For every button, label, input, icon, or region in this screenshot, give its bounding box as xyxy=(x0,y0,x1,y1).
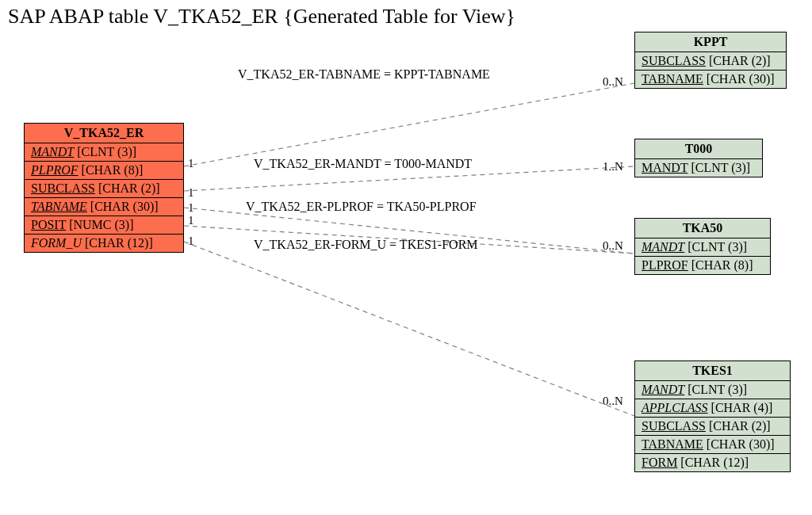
relation-label: V_TKA52_ER-PLPROF = TKA50-PLPROF xyxy=(246,200,477,214)
page-title: SAP ABAP table V_TKA52_ER {Generated Tab… xyxy=(8,5,515,29)
entity-header: T000 xyxy=(635,139,762,159)
entity-field: TABNAME [CHAR (30)] xyxy=(635,71,786,88)
cardinality: 0..N xyxy=(603,395,623,408)
entity-field: FORM [CHAR (12)] xyxy=(635,454,790,471)
cardinality: 1 xyxy=(188,214,194,227)
entity-t000: T000 MANDT [CLNT (3)] xyxy=(634,139,763,177)
relation-label: V_TKA52_ER-TABNAME = KPPT-TABNAME xyxy=(238,67,490,82)
entity-field: MANDT [CLNT (3)] xyxy=(635,238,770,257)
cardinality: 1 xyxy=(188,157,194,170)
cardinality: 1..N xyxy=(603,160,623,174)
relation-label: V_TKA52_ER-MANDT = T000-MANDT xyxy=(254,157,472,171)
entity-field: SUBCLASS [CHAR (2)] xyxy=(25,180,183,198)
entity-field: TABNAME [CHAR (30)] xyxy=(25,198,183,216)
svg-line-4 xyxy=(184,242,634,416)
entity-header: KPPT xyxy=(635,32,786,52)
entity-v-tka52-er: V_TKA52_ER MANDT [CLNT (3)]PLPROF [CHAR … xyxy=(24,123,184,253)
cardinality: 0..N xyxy=(603,239,623,253)
cardinality: 0..N xyxy=(603,75,623,89)
entity-tkes1: TKES1 MANDT [CLNT (3)]APPLCLASS [CHAR (4… xyxy=(634,360,791,472)
entity-field: MANDT [CLNT (3)] xyxy=(25,143,183,162)
entity-field: MANDT [CLNT (3)] xyxy=(635,381,790,399)
entity-field: PLPROF [CHAR (8)] xyxy=(635,257,770,274)
cardinality: 1 xyxy=(188,201,194,215)
entity-header: V_TKA52_ER xyxy=(25,124,183,143)
cardinality: 1 xyxy=(188,235,194,248)
entity-field: SUBCLASS [CHAR (2)] xyxy=(635,52,786,71)
entity-field: PLPROF [CHAR (8)] xyxy=(25,162,183,180)
relation-label: V_TKA52_ER-FORM_U = TKES1-FORM xyxy=(254,238,478,252)
entity-header: TKA50 xyxy=(635,219,770,238)
entity-field: APPLCLASS [CHAR (4)] xyxy=(635,399,790,418)
entity-header: TKES1 xyxy=(635,361,790,381)
cardinality: 1 xyxy=(188,186,194,200)
entity-field: POSIT [NUMC (3)] xyxy=(25,216,183,235)
entity-field: TABNAME [CHAR (30)] xyxy=(635,436,790,454)
entity-field: FORM_U [CHAR (12)] xyxy=(25,235,183,252)
svg-line-0 xyxy=(184,83,634,166)
entity-field: SUBCLASS [CHAR (2)] xyxy=(635,418,790,436)
entity-tka50: TKA50 MANDT [CLNT (3)]PLPROF [CHAR (8)] xyxy=(634,218,771,275)
entity-field: MANDT [CLNT (3)] xyxy=(635,159,762,177)
entity-kppt: KPPT SUBCLASS [CHAR (2)]TABNAME [CHAR (3… xyxy=(634,32,787,89)
